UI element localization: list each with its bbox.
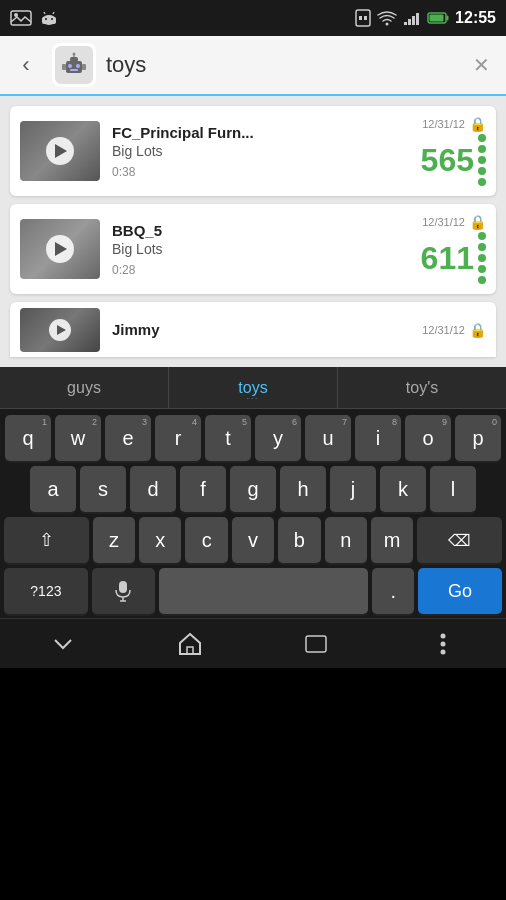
key-num-1: 1 (42, 417, 47, 427)
key-m[interactable]: m (371, 517, 413, 563)
delete-key[interactable]: ⌫ (417, 517, 502, 563)
key-t[interactable]: 5t (205, 415, 251, 461)
card-score-1: 565 (421, 144, 474, 176)
battery-icon (427, 12, 449, 24)
svg-line-7 (53, 12, 54, 14)
svg-rect-8 (356, 10, 370, 26)
lock-icon-2: 🔒 (469, 214, 486, 230)
keyboard-rows: 1q 2w 3e 4r 5t 6y 7u 8i 9o 0p a s d f g … (0, 409, 506, 618)
nav-recents-button[interactable] (286, 624, 346, 664)
svg-point-21 (68, 64, 72, 68)
dot (478, 265, 486, 273)
lock-icon-3: 🔒 (469, 322, 486, 338)
card-date-3: 12/31/12 (422, 324, 465, 336)
svg-rect-10 (364, 16, 367, 20)
card-info-3: Jimmy (112, 321, 410, 338)
card-title-2: BBQ_5 (112, 222, 409, 239)
nav-home-button[interactable] (160, 624, 220, 664)
key-v[interactable]: v (232, 517, 274, 563)
search-input[interactable] (106, 52, 456, 78)
play-button-2[interactable] (46, 235, 74, 263)
svg-rect-27 (82, 64, 86, 70)
key-b[interactable]: b (278, 517, 320, 563)
key-num-6: 6 (292, 417, 297, 427)
svg-rect-12 (404, 22, 407, 25)
key-y[interactable]: 6y (255, 415, 301, 461)
dot (478, 254, 486, 262)
key-z[interactable]: z (93, 517, 135, 563)
svg-point-36 (440, 649, 445, 654)
key-h[interactable]: h (280, 466, 326, 512)
key-n[interactable]: n (325, 517, 367, 563)
dot (478, 167, 486, 175)
signal-icon (403, 10, 421, 26)
svg-marker-31 (180, 634, 200, 654)
key-num-8: 8 (392, 417, 397, 427)
key-u[interactable]: 7u (305, 415, 351, 461)
card-score-2: 611 (421, 242, 474, 274)
key-l[interactable]: l (430, 466, 476, 512)
wifi-icon (377, 10, 397, 26)
svg-rect-17 (447, 16, 449, 21)
nav-menu-button[interactable] (413, 624, 473, 664)
mic-icon (114, 580, 132, 602)
svg-point-11 (386, 23, 389, 26)
dot (478, 134, 486, 142)
back-button[interactable]: ‹ (10, 49, 42, 81)
key-q[interactable]: 1q (5, 415, 51, 461)
key-x[interactable]: x (139, 517, 181, 563)
result-card[interactable]: BBQ_5 Big Lots 0:28 12/31/12 🔒 611 (10, 204, 496, 294)
shift-key[interactable]: ⇧ (4, 517, 89, 563)
key-row-2: a s d f g h j k l (4, 466, 502, 512)
play-triangle-2 (55, 242, 67, 256)
key-r[interactable]: 4r (155, 415, 201, 461)
svg-rect-13 (408, 19, 411, 25)
autocomplete-toys-apostrophe[interactable]: toy's (338, 367, 506, 408)
key-w[interactable]: 2w (55, 415, 101, 461)
mic-key[interactable] (92, 568, 155, 614)
key-s[interactable]: s (80, 466, 126, 512)
svg-rect-0 (11, 11, 31, 25)
space-key[interactable] (159, 568, 369, 614)
key-e[interactable]: 3e (105, 415, 151, 461)
key-i[interactable]: 8i (355, 415, 401, 461)
svg-rect-33 (306, 636, 326, 652)
result-card[interactable]: FC_Principal Furn... Big Lots 0:38 12/31… (10, 106, 496, 196)
keyboard-area: guys toys ··· toy's 1q 2w 3e 4r 5t 6y 7u… (0, 367, 506, 618)
autocomplete-toys[interactable]: toys ··· (169, 367, 338, 408)
card-right-2: 12/31/12 🔒 611 (421, 214, 486, 284)
key-c[interactable]: c (185, 517, 227, 563)
svg-rect-18 (430, 15, 444, 22)
key-num-9: 9 (442, 417, 447, 427)
key-d[interactable]: d (130, 466, 176, 512)
key-j[interactable]: j (330, 466, 376, 512)
key-k[interactable]: k (380, 466, 426, 512)
key-a[interactable]: a (30, 466, 76, 512)
play-button-3[interactable] (49, 319, 71, 341)
key-num-5: 5 (242, 417, 247, 427)
svg-point-4 (45, 18, 47, 20)
nav-back-button[interactable] (33, 624, 93, 664)
key-f[interactable]: f (180, 466, 226, 512)
card-date-2: 12/31/12 (422, 216, 465, 228)
bottom-nav (0, 618, 506, 668)
svg-rect-9 (359, 16, 362, 20)
key-o[interactable]: 9o (405, 415, 451, 461)
svg-rect-32 (187, 647, 193, 654)
period-key[interactable]: . (372, 568, 414, 614)
dot (478, 243, 486, 251)
key-g[interactable]: g (230, 466, 276, 512)
play-button-1[interactable] (46, 137, 74, 165)
clear-button[interactable]: ✕ (466, 50, 496, 80)
go-key[interactable]: Go (418, 568, 502, 614)
key-p[interactable]: 0p (455, 415, 501, 461)
status-time: 12:55 (455, 9, 496, 27)
special-key[interactable]: ?123 (4, 568, 88, 614)
gallery-icon (10, 10, 32, 26)
card-info-2: BBQ_5 Big Lots 0:28 (112, 222, 409, 277)
key-num-3: 3 (142, 417, 147, 427)
result-card-partial[interactable]: Jimmy 12/31/12 🔒 (10, 302, 496, 357)
dot (478, 145, 486, 153)
results-area: FC_Principal Furn... Big Lots 0:38 12/31… (0, 96, 506, 367)
autocomplete-guys[interactable]: guys (0, 367, 169, 408)
